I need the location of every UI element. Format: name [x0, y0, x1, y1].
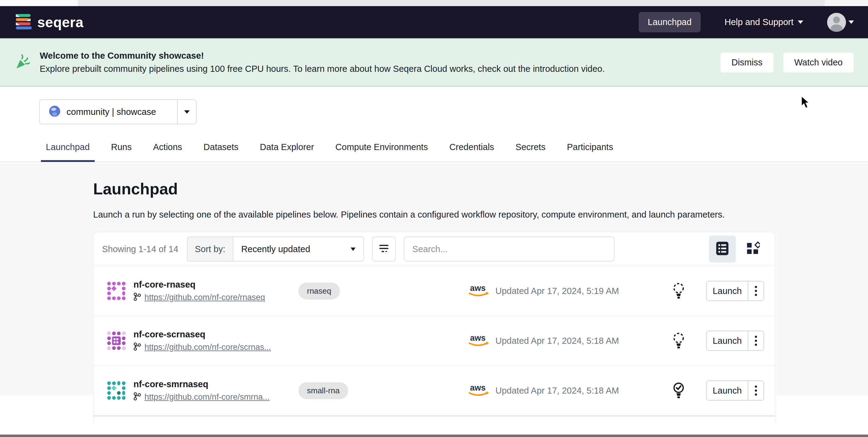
updated-timestamp: Updated Apr 17, 2024, 5:18 AM — [495, 386, 670, 396]
help-and-support-menu[interactable]: Help and Support — [724, 17, 803, 27]
top-navbar: seqera Launchpad Help and Support — [0, 6, 868, 38]
pipeline-tag: small-rna — [299, 382, 348, 399]
pipeline-info: nf-core-scrnaseq https://github.com/nf-c… — [133, 329, 299, 352]
watch-video-button[interactable]: Watch video — [783, 52, 854, 73]
chevron-down-icon — [798, 21, 803, 24]
git-branch-icon — [133, 342, 141, 352]
aws-icon: aws — [466, 382, 495, 399]
launch-split-button: Launch — [706, 380, 764, 401]
pipeline-name: nf-core-scrnaseq — [133, 329, 299, 340]
grid-view-icon — [746, 241, 760, 257]
sort-select[interactable]: Recently updated — [233, 236, 364, 262]
pipeline-avatar — [106, 281, 126, 301]
tab-runs[interactable]: Runs — [106, 139, 137, 162]
brand-wordmark: seqera — [37, 14, 83, 31]
launch-button[interactable]: Launch — [707, 331, 748, 350]
pipeline-info: nf-core-smrnaseq https://github.com/nf-c… — [133, 379, 299, 402]
list-view-icon — [716, 241, 729, 257]
help-menu-label: Help and Support — [724, 17, 794, 27]
page-title: Launchpad — [93, 180, 868, 198]
aws-icon: aws — [466, 282, 495, 299]
tab-actions[interactable]: Actions — [148, 139, 187, 162]
pipeline-avatar — [106, 331, 126, 351]
avatar — [827, 13, 846, 32]
window-bottom-edge — [0, 435, 868, 437]
banner-message: Explore prebuilt community pipelines usi… — [40, 62, 605, 76]
sort-value: Recently updated — [241, 244, 310, 254]
pipeline-row-smrnaseq[interactable]: nf-core-smrnaseq https://github.com/nf-c… — [93, 366, 775, 415]
pipelines-card: Showing 1-14 of 14 Sort by: Recently upd… — [93, 232, 775, 424]
svg-text:aws: aws — [470, 333, 486, 343]
filter-lines-icon — [378, 244, 390, 255]
search-input[interactable] — [404, 236, 615, 262]
svg-text:aws: aws — [470, 284, 486, 293]
chevron-down-icon — [351, 247, 355, 251]
kebab-menu-button[interactable] — [748, 282, 764, 300]
workspace-selected: community | showcase — [40, 100, 177, 124]
nav-launchpad-button[interactable]: Launchpad — [639, 12, 701, 32]
grid-view-toggle[interactable] — [739, 236, 766, 263]
kebab-menu-button[interactable] — [748, 331, 764, 350]
banner-title: Welcome to the Community showcase! — [40, 49, 605, 63]
pipeline-row-rnaseq[interactable]: nf-core-rnaseq https://github.com/nf-cor… — [93, 266, 775, 316]
lightbulb-dashed-icon[interactable] — [670, 332, 688, 350]
chevron-down-icon — [184, 110, 190, 114]
seqera-logo-icon — [14, 12, 33, 32]
tab-datasets[interactable]: Datasets — [198, 139, 243, 162]
lightbulb-check-icon[interactable] — [670, 382, 688, 400]
kebab-menu-button[interactable] — [748, 381, 764, 400]
git-branch-icon — [133, 392, 141, 402]
workspace-dropdown-toggle[interactable] — [177, 100, 196, 124]
launch-button[interactable]: Launch — [707, 381, 748, 400]
list-view-toggle[interactable] — [709, 236, 736, 263]
tab-data-explorer[interactable]: Data Explorer — [255, 139, 319, 162]
updated-timestamp: Updated Apr 17, 2024, 5:18 AM — [495, 336, 670, 346]
chevron-down-icon — [848, 21, 854, 24]
pipeline-repo-link[interactable]: https://github.com/nf-core/rnaseq — [145, 293, 265, 302]
lightbulb-dashed-icon[interactable] — [670, 282, 688, 300]
tab-launchpad[interactable]: Launchpad — [41, 139, 95, 162]
banner-text: Welcome to the Community showcase! Explo… — [40, 49, 605, 76]
pipeline-info: nf-core-rnaseq https://github.com/nf-cor… — [133, 280, 299, 302]
pipeline-row-scrnaseq[interactable]: nf-core-scrnaseq https://github.com/nf-c… — [93, 316, 775, 366]
tab-credentials[interactable]: Credentials — [444, 139, 499, 162]
dismiss-button[interactable]: Dismiss — [720, 52, 774, 73]
pipelines-toolbar: Showing 1-14 of 14 Sort by: Recently upd… — [93, 232, 775, 266]
launch-button[interactable]: Launch — [707, 282, 748, 300]
seqera-logo[interactable]: seqera — [14, 12, 83, 32]
workspace-section: community | showcase — [0, 86, 868, 139]
window-chrome-strip — [0, 0, 868, 6]
sort-by-label: Sort by: — [187, 236, 233, 262]
updated-timestamp: Updated Apr 17, 2024, 5:19 AM — [495, 286, 670, 296]
workspace-name: community | showcase — [67, 107, 156, 117]
community-showcase-banner: Welcome to the Community showcase! Explo… — [0, 38, 868, 86]
pipeline-avatar — [106, 381, 126, 400]
party-popper-icon — [14, 53, 31, 71]
aws-icon: aws — [466, 332, 495, 349]
tab-compute-environments[interactable]: Compute Environments — [331, 139, 433, 162]
showing-count: Showing 1-14 of 14 — [102, 244, 178, 254]
pipeline-repo-link[interactable]: https://github.com/nf-core/scrnas... — [145, 343, 271, 352]
tab-secrets[interactable]: Secrets — [511, 139, 550, 162]
view-toggles — [709, 236, 766, 263]
pipeline-repo-link[interactable]: https://github.com/nf-core/smrna... — [145, 392, 270, 402]
launch-split-button: Launch — [706, 281, 764, 301]
launch-split-button: Launch — [706, 331, 764, 351]
pipeline-name: nf-core-smrnaseq — [133, 379, 299, 389]
navbar-right: Launchpad Help and Support — [639, 12, 854, 32]
sort-control: Sort by: Recently updated — [187, 236, 364, 262]
banner-actions: Dismiss Watch video — [720, 52, 854, 73]
pipeline-tag: rnaseq — [299, 283, 340, 299]
workspace-selector[interactable]: community | showcase — [39, 99, 197, 124]
user-avatar-menu[interactable] — [827, 13, 854, 32]
workspace-tabs: Launchpad Runs Actions Datasets Data Exp… — [0, 139, 868, 162]
pipeline-row-partial — [93, 415, 775, 424]
main-content: Launchpad Launch a run by selecting one … — [0, 162, 868, 396]
svg-text:aws: aws — [470, 383, 486, 392]
globe-icon — [49, 106, 60, 118]
filter-button[interactable] — [372, 236, 396, 262]
tab-participants[interactable]: Participants — [562, 139, 618, 162]
git-branch-icon — [133, 292, 141, 302]
pipeline-name: nf-core-rnaseq — [133, 280, 299, 290]
page-description: Launch a run by selecting one of the ava… — [93, 210, 868, 220]
